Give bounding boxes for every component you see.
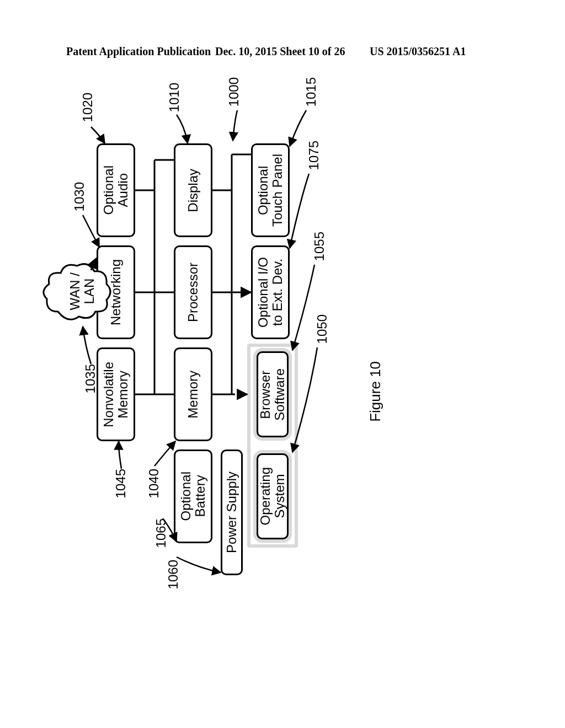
ref-1050: 1050 xyxy=(315,314,330,344)
ref-1030: 1030 xyxy=(72,182,87,211)
ref-1015: 1015 xyxy=(303,77,319,106)
ref-1035: 1035 xyxy=(83,364,98,393)
header-publication: Patent Application Publication xyxy=(66,45,211,58)
svg-line-13 xyxy=(91,258,97,270)
ref-1020: 1020 xyxy=(80,93,95,122)
ref-1055: 1055 xyxy=(312,232,327,261)
ref-1000: 1000 xyxy=(226,77,242,106)
figure-caption: Figure 10 xyxy=(367,361,384,422)
ref-1010: 1010 xyxy=(167,83,182,112)
ref-1075: 1075 xyxy=(306,141,322,170)
ref-1040: 1040 xyxy=(146,469,162,498)
ref-1065: 1065 xyxy=(153,518,169,548)
header-date-sheet: Dec. 10, 2015 Sheet 10 of 26 xyxy=(215,45,345,58)
header-docnum: US 2015/0356251 A1 xyxy=(370,45,466,58)
connectors xyxy=(61,88,403,585)
figure-10: Optional Audio Networking Nonvolatile Me… xyxy=(61,88,403,568)
ref-1045: 1045 xyxy=(113,469,129,498)
ref-1060: 1060 xyxy=(166,560,181,589)
